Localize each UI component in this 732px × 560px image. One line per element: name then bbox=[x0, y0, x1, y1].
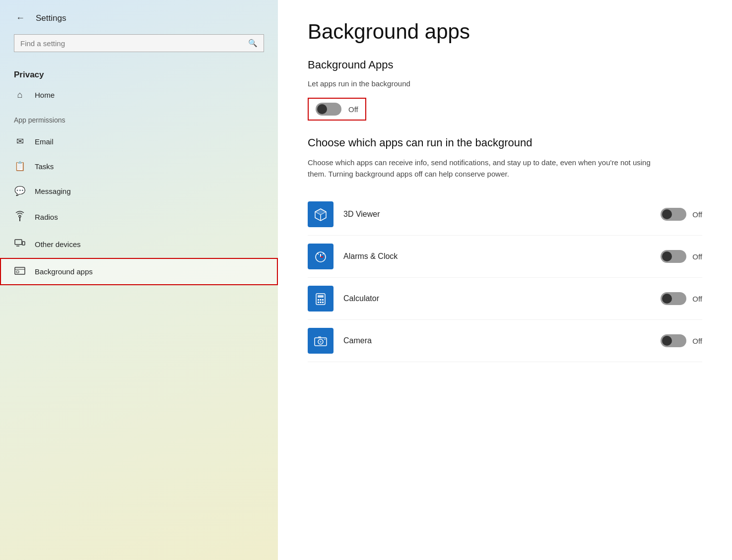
page-title: Background apps bbox=[308, 20, 702, 44]
sidebar-item-email[interactable]: ✉ Email bbox=[0, 129, 278, 154]
app-row-alarms: Alarms & Clock Off bbox=[308, 236, 702, 278]
svg-rect-22 bbox=[320, 302, 322, 303]
search-input[interactable] bbox=[20, 39, 244, 48]
toggle-knob bbox=[317, 104, 327, 114]
sidebar-item-label-tasks: Tasks bbox=[35, 162, 54, 171]
sidebar-item-other-devices[interactable]: Other devices bbox=[0, 231, 278, 258]
messaging-icon: 💬 bbox=[14, 186, 26, 196]
toggle-knob-3dviewer bbox=[662, 209, 672, 219]
app-icon-3dviewer bbox=[308, 201, 333, 227]
other-devices-icon bbox=[14, 238, 26, 251]
sidebar-item-label-background-apps: Background apps bbox=[35, 267, 93, 276]
svg-rect-17 bbox=[318, 295, 324, 298]
app-toggle-label-calculator: Off bbox=[692, 295, 702, 303]
app-row-calculator: Calculator Off bbox=[308, 278, 702, 320]
app-toggle-3dviewer[interactable] bbox=[661, 208, 686, 221]
app-row-3dviewer: 3D Viewer Off bbox=[308, 193, 702, 236]
main-content: Background apps Background Apps Let apps… bbox=[278, 0, 732, 560]
app-permissions-label: App permissions bbox=[0, 107, 278, 129]
sidebar-item-tasks[interactable]: 📋 Tasks bbox=[0, 154, 278, 179]
main-toggle-row: Off bbox=[308, 98, 366, 121]
svg-rect-21 bbox=[318, 302, 319, 303]
tasks-icon: 📋 bbox=[14, 161, 26, 172]
svg-point-26 bbox=[320, 341, 322, 343]
svg-rect-3 bbox=[22, 242, 25, 245]
app-list: 3D Viewer Off Alarms & Clock bbox=[308, 193, 702, 362]
svg-line-14 bbox=[317, 253, 319, 254]
app-toggle-group-calculator: Off bbox=[661, 292, 702, 305]
let-apps-desc: Let apps run in the background bbox=[308, 79, 702, 88]
main-toggle-label: Off bbox=[348, 105, 358, 114]
svg-rect-18 bbox=[318, 299, 319, 301]
choose-desc: Choose which apps can receive info, send… bbox=[308, 157, 655, 180]
app-name-calculator: Calculator bbox=[343, 294, 651, 303]
search-icon: 🔍 bbox=[248, 39, 258, 48]
app-row-camera: Camera Off bbox=[308, 320, 702, 362]
toggle-knob-camera bbox=[662, 336, 672, 346]
main-toggle[interactable] bbox=[316, 103, 341, 116]
home-icon: ⌂ bbox=[14, 90, 26, 100]
svg-marker-9 bbox=[315, 209, 326, 215]
app-name-alarms: Alarms & Clock bbox=[343, 252, 651, 261]
svg-line-15 bbox=[323, 253, 324, 254]
app-toggle-label-camera: Off bbox=[692, 337, 702, 345]
sidebar-header: ← Settings bbox=[0, 0, 278, 34]
back-button[interactable]: ← bbox=[14, 11, 27, 25]
sidebar-item-label-messaging: Messaging bbox=[35, 187, 71, 195]
radios-icon bbox=[14, 210, 26, 224]
sidebar-item-label-email: Email bbox=[35, 137, 54, 146]
sidebar-item-label-radios: Radios bbox=[35, 213, 58, 221]
sidebar: ← Settings 🔍 Privacy ⌂ Home App permissi… bbox=[0, 0, 278, 560]
svg-point-1 bbox=[19, 215, 21, 217]
sidebar-item-messaging[interactable]: 💬 Messaging bbox=[0, 179, 278, 203]
app-toggle-group-alarms: Off bbox=[661, 250, 702, 263]
svg-rect-7 bbox=[16, 271, 19, 273]
svg-rect-20 bbox=[322, 299, 324, 301]
app-name-3dviewer: 3D Viewer bbox=[343, 210, 651, 219]
app-icon-alarms bbox=[308, 244, 333, 269]
svg-rect-28 bbox=[324, 339, 326, 340]
background-apps-icon bbox=[14, 265, 26, 278]
app-icon-camera bbox=[308, 328, 333, 354]
app-toggle-label-3dviewer: Off bbox=[692, 210, 702, 219]
app-toggle-calculator[interactable] bbox=[661, 292, 686, 305]
sidebar-item-radios[interactable]: Radios bbox=[0, 203, 278, 231]
toggle-knob-calculator bbox=[662, 294, 672, 304]
toggle-knob-alarms bbox=[662, 251, 672, 261]
sidebar-item-label-home: Home bbox=[35, 91, 55, 99]
search-box[interactable]: 🔍 bbox=[14, 34, 264, 52]
app-toggle-label-alarms: Off bbox=[692, 252, 702, 261]
email-icon: ✉ bbox=[14, 136, 26, 147]
sidebar-item-home[interactable]: ⌂ Home bbox=[0, 83, 278, 107]
privacy-heading: Privacy bbox=[0, 63, 278, 83]
svg-rect-27 bbox=[318, 336, 321, 338]
app-toggle-alarms[interactable] bbox=[661, 250, 686, 263]
sidebar-item-background-apps[interactable]: Background apps bbox=[0, 258, 278, 285]
app-toggle-group-3dviewer: Off bbox=[661, 208, 702, 221]
app-toggle-group-camera: Off bbox=[661, 334, 702, 347]
svg-rect-19 bbox=[320, 299, 322, 301]
app-toggle-camera[interactable] bbox=[661, 334, 686, 347]
svg-rect-2 bbox=[15, 240, 22, 245]
app-icon-calculator bbox=[308, 286, 333, 311]
app-name-camera: Camera bbox=[343, 336, 651, 345]
section1-title: Background Apps bbox=[308, 59, 702, 71]
sidebar-title: Settings bbox=[36, 13, 66, 23]
svg-rect-23 bbox=[322, 302, 324, 303]
choose-title: Choose which apps can run in the backgro… bbox=[308, 136, 702, 149]
sidebar-item-label-other-devices: Other devices bbox=[35, 240, 81, 249]
